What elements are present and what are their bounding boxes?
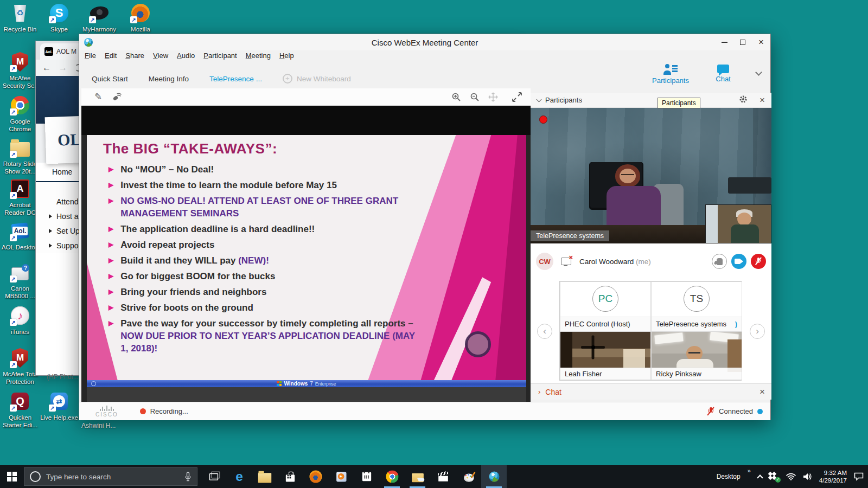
annotation-toolbar: ✎: [81, 88, 531, 106]
taskbar-icon-chrome[interactable]: [379, 465, 405, 488]
menu-file[interactable]: File: [85, 52, 96, 60]
desktop-icon-aol[interactable]: ↗AOL Desktop: [0, 220, 40, 251]
tab-meeting-info[interactable]: Meeting Info: [149, 75, 189, 85]
windows-flag-icon: [277, 381, 282, 386]
taskbar-icon-paint[interactable]: [456, 465, 481, 488]
maximize-button[interactable]: [733, 34, 752, 50]
desktop-icon-itunes[interactable]: ↗iTunes: [0, 305, 40, 336]
minimize-button[interactable]: [715, 34, 733, 50]
desktop-icon-skype[interactable]: ↗Skype: [39, 2, 79, 33]
desktop-icon-chrome[interactable]: ↗Google Chrome: [0, 94, 40, 133]
desktop-icon-acrobat[interactable]: ↗Acrobat Reader DC: [0, 178, 40, 216]
taskbar-icon-firefox[interactable]: [303, 465, 328, 488]
taskbar-icon-edge[interactable]: [226, 465, 252, 488]
myharmony-icon: ↗: [88, 2, 110, 24]
show-desktop-label[interactable]: Desktop: [717, 473, 741, 480]
chat-close-icon[interactable]: ×: [760, 387, 765, 397]
webex-titlebar[interactable]: Cisco WebEx Meeting Center ×: [79, 34, 770, 50]
taskbar-icon-calendar[interactable]: [354, 465, 379, 488]
desktop-icon-livehelp[interactable]: ↗Live Help.exe: [39, 390, 79, 421]
speaker-icon[interactable]: [803, 473, 812, 480]
action-center-icon[interactable]: [854, 472, 864, 481]
forward-icon[interactable]: →: [59, 63, 67, 73]
taskbar-icon-webex[interactable]: [481, 465, 507, 488]
zoom-out-icon[interactable]: [465, 90, 484, 104]
taskbar-icon-media-player[interactable]: [328, 465, 354, 488]
mic-muted-button[interactable]: [751, 254, 766, 269]
folder-icon: ↗: [9, 137, 31, 158]
firefox-icon: ↗: [130, 2, 151, 24]
self-participant-row[interactable]: CW Carol Woodward (me): [531, 243, 771, 279]
participant-thumbnail-leah-fisher[interactable]: Leah Fisher: [560, 331, 651, 380]
search-mic-icon[interactable]: [184, 472, 192, 481]
slide-decor-circle: [465, 331, 491, 357]
desktop-icon-mcafee[interactable]: ↗McAfee Security Sc..: [0, 51, 40, 89]
back-icon[interactable]: ←: [42, 63, 51, 73]
pan-tool-icon[interactable]: [484, 90, 502, 104]
taskbar-icon-movies[interactable]: [430, 465, 456, 488]
participants-panel-header[interactable]: Participants ×: [531, 93, 771, 108]
desktop-icon-quicken[interactable]: ↗Quicken Starter Edi...: [0, 390, 40, 429]
scroll-right-chevron[interactable]: ›: [750, 324, 765, 339]
annotate-pencil-icon[interactable]: ✎: [89, 90, 107, 104]
taskbar-icon-task-view[interactable]: [201, 465, 226, 488]
menu-participant[interactable]: Participant: [203, 52, 237, 60]
taskbar-clock[interactable]: 9:32 AM 4/29/2017: [819, 469, 847, 484]
fullscreen-icon[interactable]: [508, 90, 526, 104]
desktop-icon-recycle-bin[interactable]: Recycle Bin: [0, 2, 40, 33]
collapse-chevron-icon[interactable]: [537, 97, 542, 102]
dropbox-tray-icon[interactable]: ✓: [769, 472, 779, 481]
laser-pointer-icon[interactable]: [107, 90, 126, 104]
start-button[interactable]: [0, 465, 24, 488]
desktop-icon-canon[interactable]: ↗Canon MB5000 ...: [0, 261, 40, 300]
taskbar-icon-onedrive[interactable]: [405, 465, 430, 488]
wifi-icon[interactable]: [786, 473, 796, 480]
zoom-in-icon[interactable]: [447, 90, 465, 104]
participant-thumbnail-phec-control-host[interactable]: PCPHEC Control (Host): [560, 281, 651, 331]
menu-help[interactable]: Help: [279, 52, 294, 60]
main-video-feed[interactable]: TelePresence systems: [531, 108, 771, 243]
chat-toggle-button[interactable]: Chat: [704, 65, 742, 83]
participant-thumbnail-ricky-pinksaw[interactable]: Ricky Pinksaw: [651, 331, 742, 380]
desktop-icon-folder[interactable]: ↗Rotary Slide Show 20t...: [0, 137, 40, 175]
tray-overflow-glyph[interactable]: »: [748, 467, 751, 474]
taskbar-icon-store[interactable]: [277, 465, 303, 488]
webex-window[interactable]: Cisco WebEx Meeting Center × FileEditSha…: [79, 34, 771, 420]
close-button[interactable]: ×: [752, 34, 770, 50]
bullet-marker-icon: ▶: [108, 254, 113, 267]
tab-telepresence[interactable]: TelePresence ...: [209, 75, 262, 85]
bullet-marker-icon: ▶: [108, 223, 113, 235]
menu-audio[interactable]: Audio: [177, 52, 195, 60]
desktop-icon-mcafee[interactable]: ↗McAfee Tota Protection: [0, 347, 40, 386]
tab-quick-start[interactable]: Quick Start: [92, 75, 128, 85]
raise-hand-button[interactable]: [712, 254, 727, 269]
taskbar-icon-file-explorer[interactable]: [252, 465, 277, 488]
desktop-icon-firefox[interactable]: ↗Mozilla: [120, 2, 161, 33]
menu-view[interactable]: View: [153, 52, 168, 60]
panel-close-icon[interactable]: ×: [760, 95, 765, 106]
menu-share[interactable]: Share: [125, 52, 144, 60]
audio-muted-icon[interactable]: [707, 407, 714, 416]
participants-toggle-button[interactable]: Participants: [643, 64, 698, 85]
camera-on-button[interactable]: [731, 254, 746, 269]
panel-overflow-chevron-icon[interactable]: [755, 69, 762, 76]
participant-thumbnail-telepresence-systems[interactable]: TSTelePresence systems): [651, 281, 742, 331]
hidden-icons-chevron[interactable]: [757, 474, 763, 480]
video-presenter-glasses: [621, 174, 634, 176]
participant-name: TelePresence systems: [656, 320, 726, 328]
gear-icon[interactable]: [739, 95, 748, 105]
quicken-icon: ↗: [9, 390, 31, 412]
store-icon: [283, 469, 297, 484]
expand-chevron-icon[interactable]: ›: [538, 388, 540, 396]
webpage-partial-text: (HP Phot...: [47, 373, 78, 381]
desktop-icon-myharmony[interactable]: ↗MyHarmony: [79, 2, 119, 33]
media-player-icon: [334, 469, 348, 484]
shortcut-arrow-icon: ↗: [10, 234, 17, 241]
scroll-left-chevron[interactable]: ‹: [537, 324, 552, 339]
picture-in-picture-video[interactable]: [706, 205, 771, 243]
menu-meeting[interactable]: Meeting: [246, 52, 271, 60]
chat-section-bar[interactable]: › Chat ×: [531, 383, 771, 400]
menu-edit[interactable]: Edit: [105, 52, 117, 60]
taskbar-search-box[interactable]: Type here to search: [24, 467, 197, 486]
desktop-icon-label-ashwini[interactable]: Ashwini H...: [81, 422, 116, 429]
